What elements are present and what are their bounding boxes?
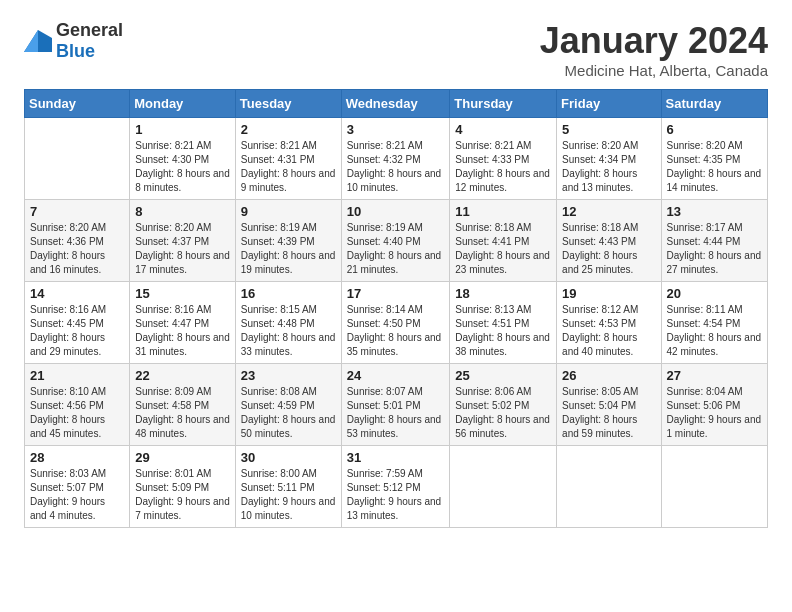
day-number: 13 <box>667 204 762 219</box>
weekday-header-friday: Friday <box>557 90 661 118</box>
calendar-cell: 7Sunrise: 8:20 AMSunset: 4:36 PMDaylight… <box>25 200 130 282</box>
day-info: Sunrise: 8:09 AMSunset: 4:58 PMDaylight:… <box>135 385 230 441</box>
day-info: Sunrise: 8:18 AMSunset: 4:43 PMDaylight:… <box>562 221 655 277</box>
day-number: 18 <box>455 286 551 301</box>
calendar-cell: 16Sunrise: 8:15 AMSunset: 4:48 PMDayligh… <box>235 282 341 364</box>
calendar-cell: 20Sunrise: 8:11 AMSunset: 4:54 PMDayligh… <box>661 282 767 364</box>
day-info: Sunrise: 8:20 AMSunset: 4:34 PMDaylight:… <box>562 139 655 195</box>
day-info: Sunrise: 8:12 AMSunset: 4:53 PMDaylight:… <box>562 303 655 359</box>
calendar-week-row: 21Sunrise: 8:10 AMSunset: 4:56 PMDayligh… <box>25 364 768 446</box>
day-number: 7 <box>30 204 124 219</box>
calendar-week-row: 1Sunrise: 8:21 AMSunset: 4:30 PMDaylight… <box>25 118 768 200</box>
month-title: January 2024 <box>540 20 768 62</box>
day-info: Sunrise: 8:21 AMSunset: 4:31 PMDaylight:… <box>241 139 336 195</box>
calendar-cell: 17Sunrise: 8:14 AMSunset: 4:50 PMDayligh… <box>341 282 450 364</box>
day-number: 5 <box>562 122 655 137</box>
calendar-cell: 9Sunrise: 8:19 AMSunset: 4:39 PMDaylight… <box>235 200 341 282</box>
day-number: 20 <box>667 286 762 301</box>
day-info: Sunrise: 8:20 AMSunset: 4:37 PMDaylight:… <box>135 221 230 277</box>
calendar-cell: 23Sunrise: 8:08 AMSunset: 4:59 PMDayligh… <box>235 364 341 446</box>
calendar-cell: 5Sunrise: 8:20 AMSunset: 4:34 PMDaylight… <box>557 118 661 200</box>
weekday-header-saturday: Saturday <box>661 90 767 118</box>
calendar-cell: 30Sunrise: 8:00 AMSunset: 5:11 PMDayligh… <box>235 446 341 528</box>
calendar-cell: 18Sunrise: 8:13 AMSunset: 4:51 PMDayligh… <box>450 282 557 364</box>
calendar-cell: 29Sunrise: 8:01 AMSunset: 5:09 PMDayligh… <box>130 446 236 528</box>
day-number: 16 <box>241 286 336 301</box>
day-number: 3 <box>347 122 445 137</box>
weekday-header-thursday: Thursday <box>450 90 557 118</box>
calendar-cell: 2Sunrise: 8:21 AMSunset: 4:31 PMDaylight… <box>235 118 341 200</box>
calendar-cell: 24Sunrise: 8:07 AMSunset: 5:01 PMDayligh… <box>341 364 450 446</box>
day-info: Sunrise: 8:13 AMSunset: 4:51 PMDaylight:… <box>455 303 551 359</box>
day-number: 28 <box>30 450 124 465</box>
calendar-cell: 27Sunrise: 8:04 AMSunset: 5:06 PMDayligh… <box>661 364 767 446</box>
day-number: 31 <box>347 450 445 465</box>
calendar-week-row: 7Sunrise: 8:20 AMSunset: 4:36 PMDaylight… <box>25 200 768 282</box>
day-info: Sunrise: 8:16 AMSunset: 4:47 PMDaylight:… <box>135 303 230 359</box>
calendar-cell: 11Sunrise: 8:18 AMSunset: 4:41 PMDayligh… <box>450 200 557 282</box>
logo-icon <box>24 30 52 52</box>
day-info: Sunrise: 8:17 AMSunset: 4:44 PMDaylight:… <box>667 221 762 277</box>
day-info: Sunrise: 7:59 AMSunset: 5:12 PMDaylight:… <box>347 467 445 523</box>
day-number: 19 <box>562 286 655 301</box>
day-info: Sunrise: 8:08 AMSunset: 4:59 PMDaylight:… <box>241 385 336 441</box>
calendar-cell: 22Sunrise: 8:09 AMSunset: 4:58 PMDayligh… <box>130 364 236 446</box>
day-number: 21 <box>30 368 124 383</box>
calendar-cell <box>25 118 130 200</box>
calendar-cell: 3Sunrise: 8:21 AMSunset: 4:32 PMDaylight… <box>341 118 450 200</box>
day-info: Sunrise: 8:00 AMSunset: 5:11 PMDaylight:… <box>241 467 336 523</box>
weekday-header-tuesday: Tuesday <box>235 90 341 118</box>
day-info: Sunrise: 8:14 AMSunset: 4:50 PMDaylight:… <box>347 303 445 359</box>
day-info: Sunrise: 8:21 AMSunset: 4:32 PMDaylight:… <box>347 139 445 195</box>
location-subtitle: Medicine Hat, Alberta, Canada <box>540 62 768 79</box>
header: General Blue January 2024 Medicine Hat, … <box>24 20 768 79</box>
day-info: Sunrise: 8:03 AMSunset: 5:07 PMDaylight:… <box>30 467 124 523</box>
day-number: 6 <box>667 122 762 137</box>
day-number: 2 <box>241 122 336 137</box>
calendar-table: SundayMondayTuesdayWednesdayThursdayFrid… <box>24 89 768 528</box>
day-number: 8 <box>135 204 230 219</box>
calendar-cell: 26Sunrise: 8:05 AMSunset: 5:04 PMDayligh… <box>557 364 661 446</box>
day-info: Sunrise: 8:15 AMSunset: 4:48 PMDaylight:… <box>241 303 336 359</box>
calendar-week-row: 28Sunrise: 8:03 AMSunset: 5:07 PMDayligh… <box>25 446 768 528</box>
calendar-week-row: 14Sunrise: 8:16 AMSunset: 4:45 PMDayligh… <box>25 282 768 364</box>
calendar-cell: 25Sunrise: 8:06 AMSunset: 5:02 PMDayligh… <box>450 364 557 446</box>
calendar-cell: 6Sunrise: 8:20 AMSunset: 4:35 PMDaylight… <box>661 118 767 200</box>
day-number: 24 <box>347 368 445 383</box>
calendar-cell: 1Sunrise: 8:21 AMSunset: 4:30 PMDaylight… <box>130 118 236 200</box>
weekday-header-wednesday: Wednesday <box>341 90 450 118</box>
calendar-cell: 28Sunrise: 8:03 AMSunset: 5:07 PMDayligh… <box>25 446 130 528</box>
day-number: 23 <box>241 368 336 383</box>
weekday-header-row: SundayMondayTuesdayWednesdayThursdayFrid… <box>25 90 768 118</box>
day-info: Sunrise: 8:19 AMSunset: 4:40 PMDaylight:… <box>347 221 445 277</box>
day-number: 15 <box>135 286 230 301</box>
calendar-cell: 14Sunrise: 8:16 AMSunset: 4:45 PMDayligh… <box>25 282 130 364</box>
day-info: Sunrise: 8:19 AMSunset: 4:39 PMDaylight:… <box>241 221 336 277</box>
day-info: Sunrise: 8:05 AMSunset: 5:04 PMDaylight:… <box>562 385 655 441</box>
day-info: Sunrise: 8:16 AMSunset: 4:45 PMDaylight:… <box>30 303 124 359</box>
calendar-cell: 31Sunrise: 7:59 AMSunset: 5:12 PMDayligh… <box>341 446 450 528</box>
calendar-cell: 10Sunrise: 8:19 AMSunset: 4:40 PMDayligh… <box>341 200 450 282</box>
day-info: Sunrise: 8:10 AMSunset: 4:56 PMDaylight:… <box>30 385 124 441</box>
day-info: Sunrise: 8:07 AMSunset: 5:01 PMDaylight:… <box>347 385 445 441</box>
day-info: Sunrise: 8:11 AMSunset: 4:54 PMDaylight:… <box>667 303 762 359</box>
svg-marker-1 <box>24 30 38 52</box>
calendar-cell: 21Sunrise: 8:10 AMSunset: 4:56 PMDayligh… <box>25 364 130 446</box>
logo-blue: Blue <box>56 41 95 61</box>
day-info: Sunrise: 8:21 AMSunset: 4:30 PMDaylight:… <box>135 139 230 195</box>
weekday-header-monday: Monday <box>130 90 236 118</box>
weekday-header-sunday: Sunday <box>25 90 130 118</box>
day-info: Sunrise: 8:01 AMSunset: 5:09 PMDaylight:… <box>135 467 230 523</box>
day-number: 25 <box>455 368 551 383</box>
calendar-cell: 19Sunrise: 8:12 AMSunset: 4:53 PMDayligh… <box>557 282 661 364</box>
calendar-cell: 8Sunrise: 8:20 AMSunset: 4:37 PMDaylight… <box>130 200 236 282</box>
day-number: 17 <box>347 286 445 301</box>
day-number: 22 <box>135 368 230 383</box>
day-number: 30 <box>241 450 336 465</box>
day-info: Sunrise: 8:18 AMSunset: 4:41 PMDaylight:… <box>455 221 551 277</box>
calendar-cell: 13Sunrise: 8:17 AMSunset: 4:44 PMDayligh… <box>661 200 767 282</box>
calendar-cell <box>450 446 557 528</box>
title-area: January 2024 Medicine Hat, Alberta, Cana… <box>540 20 768 79</box>
day-info: Sunrise: 8:20 AMSunset: 4:36 PMDaylight:… <box>30 221 124 277</box>
calendar-cell <box>661 446 767 528</box>
